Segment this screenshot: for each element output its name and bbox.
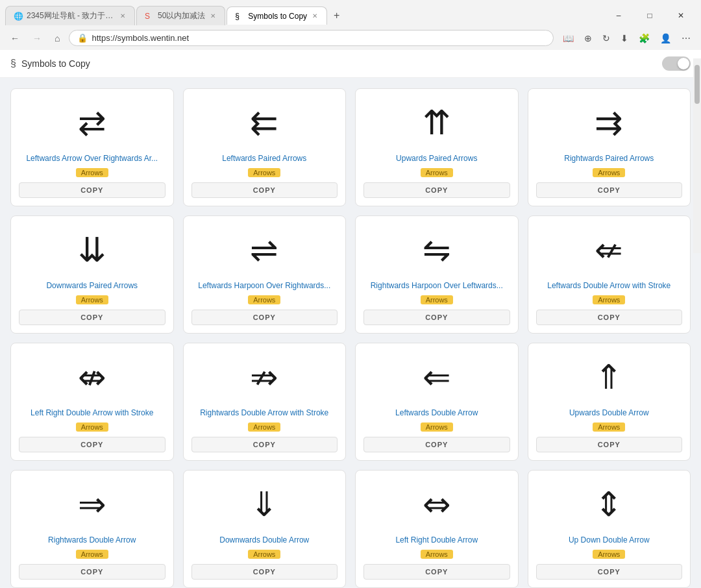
symbol-char-10: ⇏ [250,351,278,403]
browser-window: 🌐 2345网址导航 - 致力于打造百年... ✕ S 50以内加减法 ✕ § … [0,0,701,588]
symbol-name-11: Leftwards Double Arrow [363,408,510,417]
new-tab-button[interactable]: + [328,10,345,21]
copy-button-2[interactable]: COPY [191,182,338,198]
tab-favicon-math: S [145,12,154,21]
symbols-grid: ⇄ Leftwards Arrow Over Rightwards Ar... … [10,88,691,588]
address-bar: ← → ⌂ 🔒 https://symbols.wentin.net 📖 ⊕ ↻… [0,26,701,50]
symbol-tag-2: Arrows [248,168,280,177]
symbol-card-2: ⇇ Leftwards Paired Arrows Arrows COPY [183,88,347,206]
profile-icon[interactable]: 👤 [656,31,675,46]
symbol-card-5: ⇊ Downwards Paired Arrows Arrows COPY [10,215,174,334]
forward-button[interactable]: → [29,31,45,46]
symbol-card-3: ⇈ Upwards Paired Arrows Arrows COPY [355,88,519,206]
page-title-area: § Symbols to Copy [10,58,90,69]
copy-button-16[interactable]: COPY [536,564,683,580]
tab-close-2345[interactable]: ✕ [119,11,127,21]
toggle-switch[interactable] [662,56,691,71]
tab-2345[interactable]: 🌐 2345网址导航 - 致力于打造百年... ✕ [5,6,135,25]
tab-favicon-symbols: § [235,12,244,21]
window-controls: – □ ✕ [604,5,696,26]
page-title: Symbols to Copy [21,58,90,69]
tab-close-math[interactable]: ✕ [209,11,217,21]
symbol-tag-6: Arrows [248,295,280,304]
symbol-tag-4: Arrows [593,168,625,177]
section-symbol-icon: § [10,58,16,69]
tab-symbols[interactable]: § Symbols to Copy ✕ [227,6,327,25]
extensions-icon[interactable]: 🧩 [635,31,654,46]
symbol-name-15: Left Right Double Arrow [363,535,510,545]
symbol-char-14: ⇓ [250,478,278,530]
read-aloud-icon[interactable]: 📖 [559,31,578,46]
symbol-char-15: ⇔ [423,478,451,530]
symbol-name-13: Rightwards Double Arrow [19,535,166,545]
refresh-button[interactable]: ↻ [598,31,614,46]
scrollbar-thumb[interactable] [695,65,700,104]
copy-button-3[interactable]: COPY [363,182,510,198]
symbol-card-1: ⇄ Leftwards Arrow Over Rightwards Ar... … [10,88,174,206]
back-button[interactable]: ← [6,31,23,46]
symbol-card-12: ⇑ Upwards Double Arrow Arrows COPY [528,343,691,461]
tab-math[interactable]: S 50以内加减法 ✕ [136,6,225,25]
symbol-tag-1: Arrows [76,168,108,177]
symbol-name-12: Upwards Double Arrow [536,408,683,417]
symbol-char-6: ⇌ [250,224,278,276]
symbol-name-4: Rightwards Paired Arrows [536,154,683,163]
symbol-tag-3: Arrows [421,168,453,177]
copy-button-8[interactable]: COPY [536,310,683,325]
copy-button-5[interactable]: COPY [19,310,166,325]
symbol-name-2: Leftwards Paired Arrows [191,154,338,163]
symbol-char-2: ⇇ [250,97,278,149]
copy-button-12[interactable]: COPY [536,437,683,452]
symbol-tag-14: Arrows [248,550,280,559]
immersive-reader-icon[interactable]: ⊕ [580,31,596,46]
symbol-tag-10: Arrows [248,423,280,432]
symbol-name-10: Rightwards Double Arrow with Stroke [191,408,338,417]
symbol-tag-7: Arrows [421,295,453,304]
toolbar-icons: 📖 ⊕ ↻ ⬇ 🧩 👤 ⋯ [559,31,695,46]
symbol-char-4: ⇉ [595,97,623,149]
settings-icon[interactable]: ⋯ [678,31,695,46]
symbol-name-8: Leftwards Double Arrow with Stroke [536,281,683,290]
url-box[interactable]: 🔒 https://symbols.wentin.net [69,30,554,46]
symbol-name-6: Leftwards Harpoon Over Rightwards... [191,281,338,290]
copy-button-14[interactable]: COPY [191,564,338,580]
copy-button-10[interactable]: COPY [191,437,338,452]
copy-button-4[interactable]: COPY [536,182,683,198]
symbol-name-1: Leftwards Arrow Over Rightwards Ar... [19,154,166,163]
symbol-tag-16: Arrows [593,550,625,559]
home-button[interactable]: ⌂ [51,31,64,46]
symbol-tag-9: Arrows [76,423,108,432]
symbol-char-3: ⇈ [423,97,451,149]
symbol-card-14: ⇓ Downwards Double Arrow Arrows COPY [183,470,347,588]
symbol-card-13: ⇒ Rightwards Double Arrow Arrows COPY [10,470,174,588]
copy-button-1[interactable]: COPY [19,182,166,198]
symbol-tag-12: Arrows [593,423,625,432]
copy-button-7[interactable]: COPY [363,310,510,325]
tab-close-symbols[interactable]: ✕ [311,11,319,21]
symbol-char-9: ⇎ [78,351,106,403]
symbol-name-9: Left Right Double Arrow with Stroke [19,408,166,417]
symbol-card-15: ⇔ Left Right Double Arrow Arrows COPY [355,470,519,588]
url-text: https://symbols.wentin.net [92,33,545,43]
symbol-name-5: Downwards Paired Arrows [19,281,166,290]
copy-button-9[interactable]: COPY [19,437,166,452]
symbol-char-13: ⇒ [78,478,106,530]
symbol-char-12: ⇑ [595,351,623,403]
symbol-tag-5: Arrows [76,295,108,304]
symbol-char-5: ⇊ [78,224,106,276]
tab-title-2345: 2345网址导航 - 致力于打造百年... [27,10,115,21]
copy-button-6[interactable]: COPY [191,310,338,325]
copy-button-13[interactable]: COPY [19,564,166,580]
symbol-card-16: ⇕ Up Down Double Arrow Arrows COPY [528,470,691,588]
symbol-card-9: ⇎ Left Right Double Arrow with Stroke Ar… [10,343,174,461]
copy-button-15[interactable]: COPY [363,564,510,580]
maximize-button[interactable]: □ [635,5,665,26]
scrollbar[interactable] [693,58,701,253]
symbol-char-8: ⇍ [595,224,623,276]
download-icon[interactable]: ⬇ [617,31,632,46]
copy-button-11[interactable]: COPY [363,437,510,452]
minimize-button[interactable]: – [604,5,633,26]
close-button[interactable]: ✕ [666,5,696,26]
symbol-tag-13: Arrows [76,550,108,559]
symbol-tag-15: Arrows [421,550,453,559]
